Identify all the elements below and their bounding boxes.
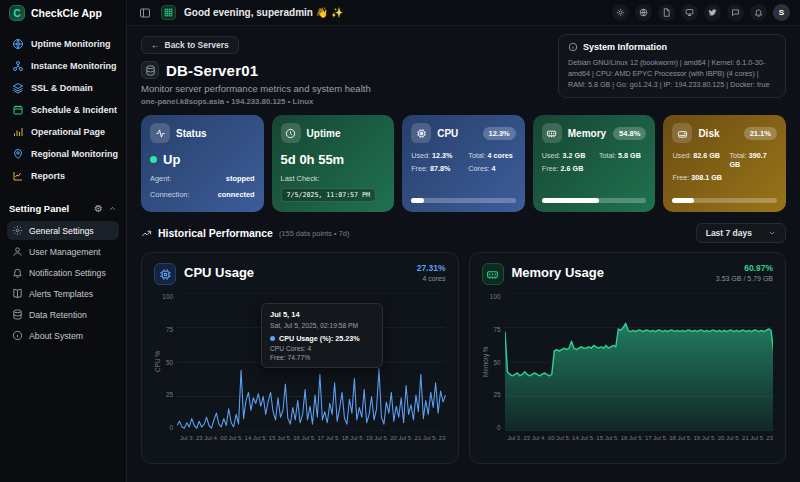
- cpu-cores: 4: [492, 164, 496, 173]
- language-globe-icon[interactable]: [635, 4, 652, 21]
- memory-free: 2.6 GB: [561, 164, 584, 173]
- cpu-y-axis-ticks: 1007550250: [161, 293, 177, 431]
- report-chart-icon: [12, 170, 24, 182]
- system-information-header: System Information: [568, 42, 776, 52]
- chevron-down-icon: [768, 229, 776, 237]
- cpu-chart-plot[interactable]: Jul 5, 14 Sat, Jul 5, 2025, 02:19:58 PM …: [177, 293, 446, 431]
- sidebar-item-uptime-monitoring[interactable]: Uptime Monitoring: [7, 34, 119, 54]
- layers-icon: [12, 82, 24, 94]
- page-header-row: ← Back to Servers DB-Server01 Monitor se…: [141, 34, 786, 106]
- chart-tooltip: Jul 5, 14 Sat, Jul 5, 2025, 02:19:58 PM …: [261, 303, 383, 368]
- app-title: CheckCle App: [31, 7, 102, 19]
- memory-progress-bar: [542, 198, 647, 203]
- main-content: ← Back to Servers DB-Server01 Monitor se…: [127, 26, 800, 482]
- page-subtitle: Monitor server performance metrics and s…: [141, 83, 371, 94]
- main-column: Good evening, superadmin 👋 ✨ S ← Back to…: [127, 0, 800, 482]
- status-card-title: Status: [176, 128, 207, 139]
- settings-item-user-management[interactable]: User Management: [7, 242, 119, 261]
- settings-item-data-retention[interactable]: Data Retention: [7, 305, 119, 324]
- dashboard-grid-icon[interactable]: [161, 5, 176, 20]
- clock-icon: [281, 123, 301, 143]
- disk-card: Disk 21.1% Used: 82.6 GB Total: 390.7 GB…: [663, 115, 786, 212]
- cpu-cores-substat: 4 cores: [417, 275, 446, 282]
- disk-used: 82.6 GB: [693, 151, 720, 160]
- info-icon: [12, 330, 23, 341]
- memory-y-axis-label: Memory %: [482, 293, 489, 431]
- setting-panel-toggle[interactable]: Setting Panel ⚙: [0, 198, 126, 219]
- settings-item-notification-settings[interactable]: Notification Settings: [7, 263, 119, 282]
- settings-item-label: Data Retention: [29, 310, 87, 320]
- monitor-icon[interactable]: [681, 4, 698, 21]
- cpu-usage-chart-card: CPU Usage 27.31% 4 cores CPU % 100755025…: [141, 252, 459, 464]
- app-logo[interactable]: C CheckCle App: [0, 0, 126, 26]
- page-header-left: ← Back to Servers DB-Server01 Monitor se…: [141, 34, 371, 106]
- settings-item-about-system[interactable]: About System: [7, 326, 119, 345]
- memory-x-axis-ticks: Jul 3, 23Jul 4, 00Jul 5, 14Jul 5, 15Jul …: [482, 435, 774, 441]
- checkcle-logo-icon: C: [9, 5, 25, 21]
- page-title: DB-Server01: [166, 62, 258, 79]
- sidebar-item-schedule-incident[interactable]: Schedule & Incident: [7, 100, 119, 120]
- settings-item-label: Notification Settings: [29, 268, 106, 278]
- bar-chart-icon: [12, 126, 24, 138]
- last-check-label: Last Check:: [281, 174, 386, 183]
- activity-pulse-icon: [150, 123, 170, 143]
- cpu-card: CPU 12.3% Used: 12.3% Total: 4 cores Fre…: [402, 115, 525, 212]
- sidebar-item-label: SSL & Domain: [31, 83, 93, 93]
- app-root: C CheckCle App Uptime Monitoring Instanc…: [0, 0, 800, 482]
- notifications-bell-icon[interactable]: [750, 4, 767, 21]
- sidebar-item-label: Operational Page: [31, 127, 105, 137]
- settings-item-label: Alerts Templates: [29, 289, 93, 299]
- cluster-icon: [12, 60, 24, 72]
- sidebar-item-label: Reports: [31, 171, 65, 181]
- chevron-up-icon: [108, 204, 117, 213]
- user-avatar[interactable]: S: [773, 4, 790, 21]
- top-header: Good evening, superadmin 👋 ✨ S: [127, 0, 800, 26]
- cpu-chart-title: CPU Usage: [184, 265, 254, 280]
- cpu-free: 87.8%: [430, 164, 450, 173]
- memory-chip-icon: [482, 263, 504, 285]
- sidebar-item-label: Regional Monitoring: [31, 149, 118, 159]
- settings-item-label: About System: [29, 331, 83, 341]
- server-database-icon: [141, 61, 159, 79]
- sidebar-item-ssl-domain[interactable]: SSL & Domain: [7, 78, 119, 98]
- panel-toggle-icon[interactable]: [137, 5, 153, 21]
- book-icon: [12, 288, 23, 299]
- system-information-title: System Information: [583, 42, 667, 52]
- twitter-bird-icon[interactable]: [704, 4, 721, 21]
- calendar-icon: [12, 104, 24, 116]
- last-check-timestamp: 7/5/2025, 11:07:57 PM: [281, 188, 376, 202]
- docs-file-icon[interactable]: [658, 4, 675, 21]
- settings-list: General Settings User Management Notific…: [0, 219, 126, 347]
- theme-toggle-icon[interactable]: [612, 4, 629, 21]
- time-range-value: Last 7 days: [706, 228, 752, 238]
- sidebar-nav: Uptime Monitoring Instance Monitoring SS…: [0, 26, 126, 186]
- sidebar: C CheckCle App Uptime Monitoring Instanc…: [0, 0, 127, 482]
- memory-card: Memory 54.8% Used: 3.2 GB Total: 5.8 GB …: [533, 115, 656, 212]
- server-title-row: DB-Server01: [141, 61, 371, 79]
- sidebar-item-operational-page[interactable]: Operational Page: [7, 122, 119, 142]
- map-pin-icon: [12, 148, 24, 160]
- disk-free: 308.1 GB: [691, 173, 722, 182]
- uptime-value: 5d 0h 55m: [281, 152, 386, 167]
- server-meta: one-panel.k8sops.asia • 194.233.80.125 •…: [141, 97, 371, 106]
- sidebar-item-regional-monitoring[interactable]: Regional Monitoring: [7, 144, 119, 164]
- trending-up-icon: [141, 228, 152, 239]
- back-to-servers-button[interactable]: ← Back to Servers: [141, 36, 239, 54]
- back-button-label: Back to Servers: [165, 40, 229, 50]
- historical-performance-header: Historical Performance (155 data points …: [141, 223, 786, 243]
- time-range-selector[interactable]: Last 7 days: [696, 223, 786, 243]
- settings-item-general-settings[interactable]: General Settings: [7, 221, 119, 240]
- disk-usage-badge: 21.1%: [744, 127, 777, 140]
- status-card: Status Up Agent: stopped Connection: con…: [141, 115, 264, 212]
- sidebar-item-reports[interactable]: Reports: [7, 166, 119, 186]
- sidebar-item-instance-monitoring[interactable]: Instance Monitoring: [7, 56, 119, 76]
- system-information-body: Debian GNU/Linux 12 (bookworm) | amd64 |…: [568, 57, 776, 90]
- charts-row: CPU Usage 27.31% 4 cores CPU % 100755025…: [141, 252, 786, 464]
- settings-item-label: User Management: [29, 247, 100, 257]
- settings-item-alerts-templates[interactable]: Alerts Templates: [7, 284, 119, 303]
- agent-row: Agent: stopped: [150, 174, 255, 183]
- chat-bubble-icon[interactable]: [727, 4, 744, 21]
- cpu-chip-icon: [154, 263, 176, 285]
- memory-chart-plot[interactable]: [505, 293, 774, 431]
- cpu-y-axis-label: CPU %: [154, 293, 161, 431]
